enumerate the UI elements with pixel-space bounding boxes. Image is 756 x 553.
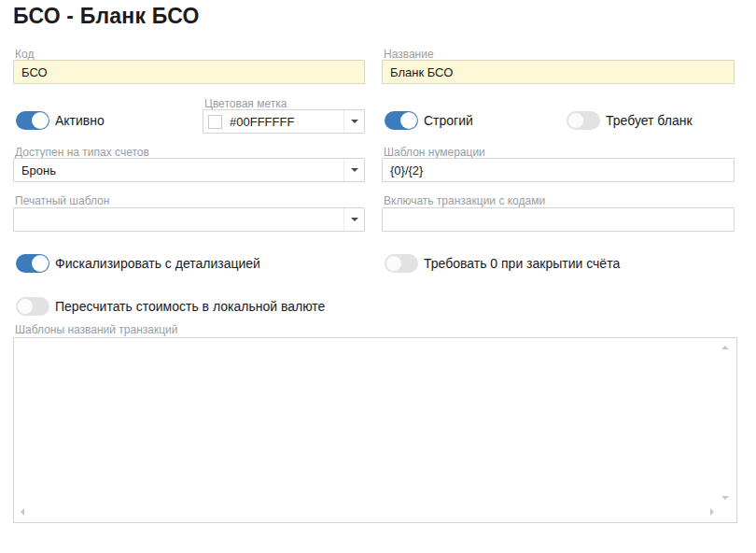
numbering-template-input[interactable] [382, 158, 735, 182]
recalc-currency-toggle-row: Пересчитать стоимость в локальной валюте [16, 297, 325, 316]
recalc-local-currency-toggle-label: Пересчитать стоимость в локальной валюте [55, 299, 325, 314]
code-label: Код [15, 48, 34, 61]
color-swatch [208, 115, 222, 129]
bso-form-page: БСО - Бланк БСО Код Название Активно Цве… [0, 0, 756, 553]
toggle-knob [32, 112, 49, 129]
fiscalize-detailed-toggle-label: Фискализировать с детализацией [55, 256, 260, 271]
active-toggle-row: Активно [16, 111, 105, 130]
requires-blank-toggle-label: Требует бланк [606, 113, 693, 128]
print-template-label: Печатный шаблон [15, 194, 109, 207]
toggle-knob [17, 298, 34, 315]
account-types-value: Бронь [14, 163, 343, 177]
active-toggle-label: Активно [55, 113, 105, 128]
account-types-dropdown-button[interactable] [343, 159, 364, 181]
fiscalize-detailed-toggle[interactable] [16, 254, 49, 273]
color-tag-select[interactable]: #00FFFFFF [203, 109, 365, 134]
numbering-template-label: Шаблон нумерации [384, 146, 485, 159]
code-input[interactable] [13, 60, 365, 84]
requires-blank-toggle-row: Требует бланк [567, 111, 693, 130]
toggle-knob [567, 112, 584, 129]
scroll-right-icon[interactable] [710, 508, 714, 516]
print-template-select[interactable] [13, 207, 365, 232]
color-tag-value: #00FFFFFF [222, 115, 343, 129]
fiscalize-toggle-row: Фискализировать с детализацией [16, 254, 260, 273]
requires-blank-toggle[interactable] [567, 111, 600, 130]
color-tag-dropdown-button[interactable] [343, 110, 364, 133]
require-zero-toggle-label: Требовать 0 при закрытии счёта [424, 256, 620, 271]
color-tag-label: Цветовая метка [204, 97, 287, 110]
page-title: БСО - Бланк БСО [13, 4, 199, 29]
strict-toggle-label: Строгий [424, 113, 473, 128]
transaction-templates-textarea[interactable] [13, 337, 737, 523]
strict-toggle-row: Строгий [385, 111, 473, 130]
toggle-knob [32, 255, 49, 272]
chevron-down-icon [351, 120, 358, 123]
print-template-dropdown-button[interactable] [343, 208, 364, 231]
recalc-local-currency-toggle[interactable] [16, 297, 49, 316]
chevron-down-icon [351, 168, 358, 172]
require-zero-toggle[interactable] [385, 254, 418, 273]
require-zero-toggle-row: Требовать 0 при закрытии счёта [385, 254, 620, 273]
scroll-down-icon[interactable] [721, 496, 729, 500]
name-input[interactable] [382, 60, 735, 84]
chevron-down-icon [351, 218, 358, 221]
account-types-select[interactable]: Бронь [13, 158, 365, 182]
active-toggle[interactable] [16, 111, 49, 130]
include-transactions-input[interactable] [382, 207, 735, 232]
toggle-knob [400, 112, 417, 129]
transaction-templates-label: Шаблоны названий транзакций [15, 323, 178, 336]
toggle-knob [385, 255, 402, 272]
name-label: Название [384, 48, 434, 61]
strict-toggle[interactable] [385, 111, 418, 130]
scroll-up-icon[interactable] [721, 346, 729, 349]
account-types-label: Доступен на типах счетов [15, 146, 149, 159]
include-transactions-label: Включать транзакции с кодами [384, 194, 545, 207]
scroll-left-icon[interactable] [21, 508, 24, 516]
